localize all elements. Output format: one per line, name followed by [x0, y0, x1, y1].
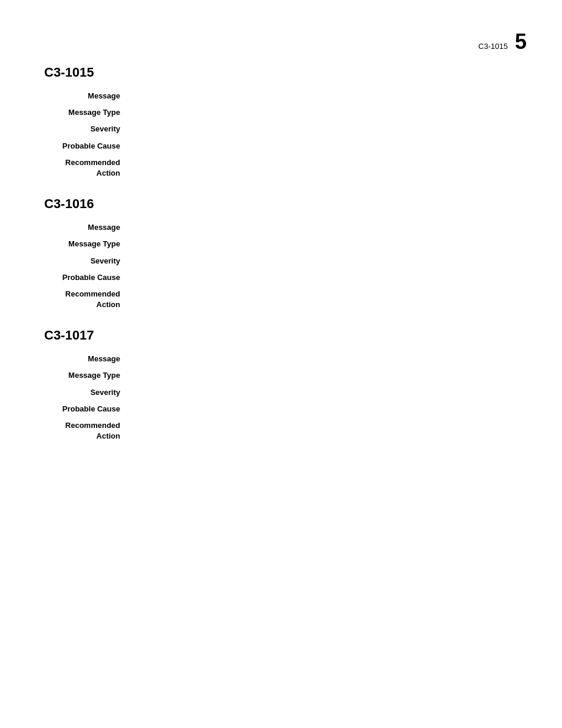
field-value-c3-1015-0 — [130, 91, 527, 101]
field-value-c3-1015-1 — [130, 107, 527, 118]
section-title-c3-1015: C3-1015 — [44, 65, 527, 80]
field-value-c3-1016-4 — [130, 289, 527, 310]
field-label-c3-1015-4: RecommendedAction — [44, 157, 130, 179]
section-title-c3-1016: C3-1016 — [44, 196, 527, 212]
field-label-c3-1016-0: Message — [44, 222, 130, 233]
field-label-c3-1015-1: Message Type — [44, 107, 130, 118]
field-row-c3-1016-2: Severity — [44, 256, 527, 266]
header-page: 5 — [515, 29, 527, 54]
field-label-c3-1017-1: Message Type — [44, 370, 130, 381]
field-row-c3-1016-0: Message — [44, 222, 527, 233]
field-row-c3-1015-2: Severity — [44, 124, 527, 134]
field-row-c3-1015-1: Message Type — [44, 107, 527, 118]
field-value-c3-1015-3 — [130, 141, 527, 151]
field-value-c3-1017-1 — [130, 370, 527, 381]
field-label-c3-1016-2: Severity — [44, 256, 130, 266]
field-value-c3-1015-2 — [130, 124, 527, 134]
field-label-c3-1016-4: RecommendedAction — [44, 289, 130, 310]
field-row-c3-1017-1: Message Type — [44, 370, 527, 381]
field-label-c3-1015-0: Message — [44, 91, 130, 101]
field-label-c3-1017-3: Probable Cause — [44, 404, 130, 414]
field-row-c3-1015-3: Probable Cause — [44, 141, 527, 151]
field-value-c3-1016-0 — [130, 222, 527, 233]
field-label-c3-1017-0: Message — [44, 354, 130, 364]
field-label-c3-1017-2: Severity — [44, 387, 130, 398]
field-label-c3-1017-4: RecommendedAction — [44, 420, 130, 442]
section-title-c3-1017: C3-1017 — [44, 328, 527, 343]
field-value-c3-1017-3 — [130, 404, 527, 414]
section-c3-1015: C3-1015MessageMessage TypeSeverityProbab… — [44, 65, 527, 179]
field-label-c3-1015-2: Severity — [44, 124, 130, 134]
section-c3-1017: C3-1017MessageMessage TypeSeverityProbab… — [44, 328, 527, 442]
field-row-c3-1015-4: RecommendedAction — [44, 157, 527, 179]
field-row-c3-1017-2: Severity — [44, 387, 527, 398]
field-label-c3-1016-1: Message Type — [44, 239, 130, 249]
field-row-c3-1016-4: RecommendedAction — [44, 289, 527, 310]
field-row-c3-1016-3: Probable Cause — [44, 272, 527, 283]
field-value-c3-1017-0 — [130, 354, 527, 364]
field-row-c3-1017-0: Message — [44, 354, 527, 364]
field-value-c3-1016-3 — [130, 272, 527, 283]
field-value-c3-1015-4 — [130, 157, 527, 179]
field-row-c3-1016-1: Message Type — [44, 239, 527, 249]
field-row-c3-1017-3: Probable Cause — [44, 404, 527, 414]
field-label-c3-1016-3: Probable Cause — [44, 272, 130, 283]
field-value-c3-1017-4 — [130, 420, 527, 442]
main-content: C3-1015MessageMessage TypeSeverityProbab… — [0, 0, 562, 442]
field-row-c3-1015-0: Message — [44, 91, 527, 101]
section-c3-1016: C3-1016MessageMessage TypeSeverityProbab… — [44, 196, 527, 310]
field-row-c3-1017-4: RecommendedAction — [44, 420, 527, 442]
page-header: C3-1015 5 — [478, 29, 527, 54]
header-code: C3-1015 — [478, 42, 508, 51]
field-value-c3-1017-2 — [130, 387, 527, 398]
field-value-c3-1016-2 — [130, 256, 527, 266]
field-value-c3-1016-1 — [130, 239, 527, 249]
field-label-c3-1015-3: Probable Cause — [44, 141, 130, 151]
